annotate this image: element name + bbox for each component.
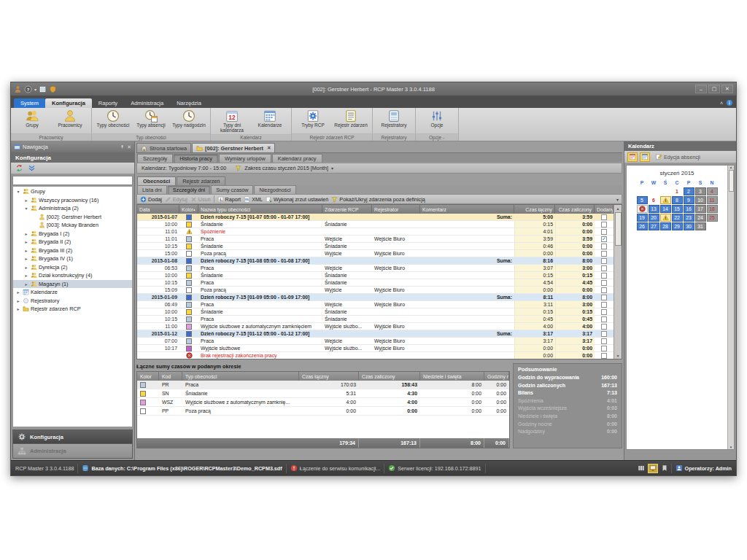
calendar-day-27[interactable]: 27 — [649, 222, 659, 230]
summary-column-niedziele-i-święta[interactable]: Niedziele i święta — [420, 372, 484, 381]
ribbon-button-typy-nadgodzin[interactable]: Typy nadgodzin — [170, 109, 208, 129]
table-row[interactable]: 07:00PracaWejścieWejście Biuro3:173:17 — [137, 338, 614, 345]
tab-sumy-czasów[interactable]: Sumy czasów — [211, 185, 253, 194]
tree-expander-icon[interactable]: ▸ — [23, 239, 29, 244]
calendar-day-29[interactable]: 29 — [672, 222, 683, 230]
tree-expander-icon[interactable]: ▸ — [23, 231, 29, 236]
tree-item-rejestr-zdarzeń-rcp[interactable]: ▸Rejestr zdarzeń RCP — [13, 305, 132, 314]
column-header-zdarzenie-rcp[interactable]: Zdarzenie RCP — [322, 205, 372, 214]
ribbon-button-typy-obecności[interactable]: Typy obecności — [94, 109, 132, 129]
tree-item-003-mckay-branden[interactable]: [003]: Mckay Branden — [13, 221, 132, 230]
scroll-thumb[interactable] — [615, 212, 622, 246]
doc-tab-002-gerstner-herbert[interactable]: [002]: Gerstner Herbert✕ — [192, 143, 275, 152]
tree-expander-icon[interactable]: ▸ — [23, 248, 29, 253]
calendar-day-26[interactable]: 26 — [637, 222, 648, 230]
calendar-view-red-button[interactable] — [627, 152, 638, 162]
tree-item-brygada-ii-2[interactable]: ▸Brygada II (2) — [13, 238, 132, 246]
column-header-dodany[interactable]: Dodany — [595, 205, 614, 214]
quick-person-icon[interactable] — [14, 85, 22, 93]
tree-item-dział-konstrukcyjny-4[interactable]: ▸Dział konstrukcyjny (4) — [13, 271, 132, 280]
monitor-toggle-button[interactable] — [648, 464, 658, 473]
ribbon-button-rejestr-zdarzeń[interactable]: Rejestr zdarzeń — [332, 109, 370, 129]
close-panel-icon[interactable]: ✕ — [127, 144, 131, 150]
tree-expander-icon[interactable]: ▸ — [15, 306, 21, 311]
checkbox-unchecked[interactable] — [601, 273, 607, 279]
ribbon-button-pracownicy[interactable]: Pracownicy — [51, 109, 89, 129]
tree-item-brygada-iv-1[interactable]: ▸Brygada IV (1) — [13, 254, 132, 263]
calendar-day-6[interactable]: 6 — [649, 196, 659, 204]
calendar-day-31[interactable]: 31 — [695, 222, 706, 230]
summary-column-kolor[interactable]: Kolor — [137, 372, 159, 381]
calendar-day-16[interactable]: 16 — [684, 205, 694, 213]
table-row[interactable]: 10:15PracaŚniadanie4:544:45 — [137, 279, 614, 287]
cal-scroll-down-icon[interactable]: ▼ — [729, 446, 732, 449]
calendar-day-5[interactable]: 5 — [637, 196, 648, 204]
calendar-day-11[interactable]: 11 — [707, 196, 718, 204]
calendar-day-13[interactable]: 13 — [649, 205, 659, 213]
toolbar-button-pokaż-ukryj-zdarzenia-poza-definicją[interactable]: Pokaż/Ukryj zdarzenia poza definicją — [331, 196, 425, 203]
qat-dropdown-icon[interactable]: ▾ — [34, 87, 36, 92]
table-row[interactable]: 15:00Poza pracąWyjścieWyjście Biuro0:000… — [137, 250, 614, 257]
table-row[interactable]: 11:00Wyjście służbowe z automatycznym za… — [137, 323, 614, 330]
tree-item-002-gerstner-herbert[interactable]: [002]: Gerstner Herbert — [13, 213, 132, 222]
close-button[interactable]: ✕ — [721, 85, 733, 93]
calendar-day-1[interactable]: 1 — [672, 187, 683, 195]
toolbar-button-wykonaj-zrzut-ustawień[interactable]: Wykonaj zrzut ustawień — [266, 196, 328, 203]
collapse-ribbon-icon[interactable]: ˄ — [720, 101, 723, 106]
checkbox-unchecked[interactable] — [601, 214, 607, 220]
ribbon-button-tryby-rcp[interactable]: Tryby RCP — [294, 109, 332, 129]
column-header-kolor[interactable]: Kolor▴ — [179, 205, 198, 214]
ribbon-button-typy-absencji[interactable]: Typy absencji — [132, 109, 170, 129]
calendar-day-22[interactable]: 22 — [672, 214, 683, 222]
checkbox-unchecked[interactable] — [601, 244, 607, 249]
tree-item-administracja-2[interactable]: ▾Administracja (2) — [13, 204, 132, 213]
table-row[interactable]: 10:15PracaŚniadanie0:450:45 — [137, 316, 614, 323]
summary-row[interactable]: SNŚniadanie5:314:300:000:00 — [137, 389, 509, 398]
tree-expander-icon[interactable]: ▸ — [23, 281, 29, 287]
help-icon[interactable]: ? — [24, 85, 32, 93]
summary-row[interactable]: PRPraca170:03158:438:000:00 — [137, 381, 509, 389]
summary-column-kod[interactable]: Kod — [159, 372, 182, 381]
tree-item-brygada-i-2[interactable]: ▸Brygada I (2) — [13, 230, 132, 238]
table-row[interactable]: 10:00ŚniadanieŚniadanie0:150:15 — [137, 308, 614, 316]
tab-rejestr-zdarzeń[interactable]: Rejestr zdarzeń — [177, 176, 225, 185]
checkbox-unchecked[interactable] — [601, 331, 607, 337]
calendar-day-15[interactable]: 15 — [672, 205, 683, 213]
ribbon-button-kalendarze[interactable]: Kalendarze — [251, 109, 289, 129]
tab-wymiary-urlopów[interactable]: Wymiary urlopów — [219, 154, 271, 163]
tab-historia-pracy[interactable]: Historia pracy — [174, 154, 218, 163]
shield-icon[interactable] — [49, 85, 57, 93]
time-range-label[interactable]: Zakres czasu styczeń 2015 [Month] — [244, 165, 328, 171]
column-header-nazwa-typu-obecności[interactable]: Nazwa typu obecności — [198, 205, 322, 214]
bookmark-icon[interactable] — [661, 464, 668, 472]
checkbox-unchecked[interactable] — [601, 316, 607, 322]
ribbon-button-grupy[interactable]: Grupy — [13, 109, 51, 129]
dialog-launcher-icon[interactable]: ⌐ — [443, 136, 445, 140]
nav-button-konfiguracja[interactable]: Konfiguracja — [12, 429, 133, 444]
tree-item-wszyscy-pracownicy-16[interactable]: ▸Wszyscy pracownicy (16) — [13, 196, 132, 205]
tab-niezgodności[interactable]: Niezgodności — [254, 185, 295, 194]
checkbox-unchecked[interactable] — [601, 265, 607, 271]
calendar-day-4[interactable]: 4 — [707, 187, 718, 195]
tree-expander-icon[interactable]: ▸ — [15, 298, 21, 303]
doc-tab-strona-startowa[interactable]: Strona startowa — [136, 143, 191, 152]
checkbox-unchecked[interactable] — [601, 309, 607, 315]
toolbar-overflow-icon[interactable]: ▾ — [616, 197, 619, 202]
summary-row[interactable]: WSZWyjście służbowe z automatycznym zamk… — [137, 398, 509, 407]
calendar-day-24[interactable]: 24 — [695, 214, 706, 222]
maximize-button[interactable]: ▢ — [708, 85, 720, 93]
table-row[interactable]: 06:53PracaWejścieWejście Biuro3:073:00 — [137, 265, 614, 272]
ribbon-tab-konfiguracja[interactable]: Konfiguracja — [45, 98, 92, 108]
tree-expander-icon[interactable]: ▸ — [23, 198, 29, 203]
toolbar-button-xml[interactable]: XMLXML — [244, 196, 263, 203]
calendar-scrollbar[interactable]: ▲ ▼ — [727, 166, 734, 449]
calendar-day-3[interactable]: 3 — [695, 187, 706, 195]
column-header-rejestrator[interactable]: Rejestrator — [372, 205, 420, 214]
ribbon-button-opcje[interactable]: Opcje — [418, 109, 456, 129]
tree-item-rejestratory[interactable]: ▸Rejestratory — [13, 297, 132, 306]
tree-expander-icon[interactable]: ▸ — [23, 256, 29, 261]
tree-expander-icon[interactable]: ▾ — [15, 189, 21, 194]
edit-absence-button[interactable]: Edycja absencji — [655, 153, 700, 160]
close-tab-icon[interactable]: ✕ — [267, 145, 271, 151]
tree-item-magazyn-1[interactable]: ▸Magazyn (1) — [13, 280, 132, 289]
